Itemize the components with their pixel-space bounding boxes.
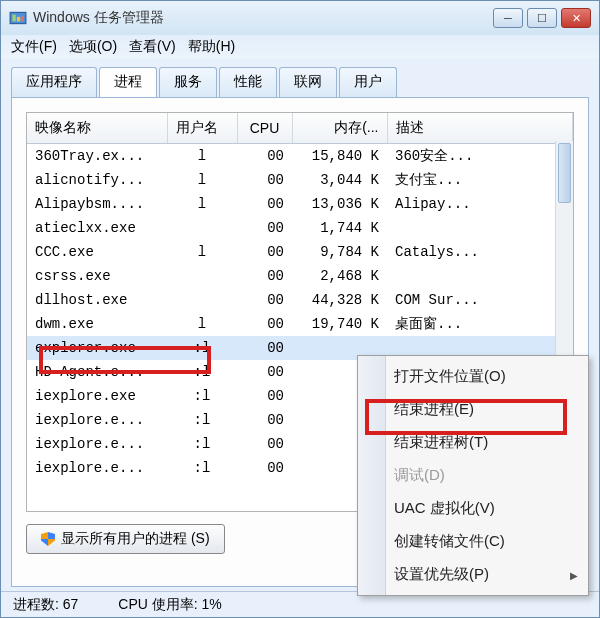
tab-users[interactable]: 用户: [339, 67, 397, 97]
cell-cpu: 00: [237, 264, 292, 288]
cell-image: iexplore.e...: [27, 456, 167, 480]
cell-user: [167, 288, 237, 312]
cell-image: dwm.exe: [27, 312, 167, 336]
table-row[interactable]: Alipaybsm....l0013,036 KAlipay...: [27, 192, 573, 216]
cell-user: :l: [167, 360, 237, 384]
titlebar: Windows 任务管理器 ─ ☐ ✕: [1, 1, 599, 35]
cell-memory: 9,784 K: [292, 240, 387, 264]
cell-cpu: 00: [237, 168, 292, 192]
cell-image: iexplore.e...: [27, 432, 167, 456]
cell-desc: COM Sur...: [387, 288, 573, 312]
uac-shield-icon: [41, 532, 55, 546]
cell-image: CCC.exe: [27, 240, 167, 264]
table-row[interactable]: atieclxx.exe001,744 K: [27, 216, 573, 240]
table-row[interactable]: dwm.exel0019,740 K桌面窗...: [27, 312, 573, 336]
cell-image: 360Tray.ex...: [27, 144, 167, 169]
menu-options[interactable]: 选项(O): [69, 38, 117, 56]
cell-cpu: 00: [237, 432, 292, 456]
col-memory[interactable]: 内存(...: [292, 113, 387, 144]
cell-image: explorer.exe: [27, 336, 167, 360]
ctx-set-priority[interactable]: 设置优先级(P) ▶: [358, 558, 588, 591]
status-cpu-usage: CPU 使用率: 1%: [118, 596, 221, 614]
maximize-button[interactable]: ☐: [527, 8, 557, 28]
cell-cpu: 00: [237, 312, 292, 336]
menu-help[interactable]: 帮助(H): [188, 38, 235, 56]
cell-image: csrss.exe: [27, 264, 167, 288]
cell-user: l: [167, 312, 237, 336]
svg-rect-2: [17, 17, 20, 22]
menubar: 文件(F) 选项(O) 查看(V) 帮助(H): [1, 35, 599, 59]
col-cpu[interactable]: CPU: [237, 113, 292, 144]
table-row[interactable]: alicnotify...l003,044 K支付宝...: [27, 168, 573, 192]
scrollbar-thumb[interactable]: [558, 143, 571, 203]
cell-user: [167, 264, 237, 288]
cell-user: :l: [167, 408, 237, 432]
menu-file[interactable]: 文件(F): [11, 38, 57, 56]
cell-memory: 2,468 K: [292, 264, 387, 288]
cell-memory: 3,044 K: [292, 168, 387, 192]
app-icon: [9, 9, 27, 27]
cell-image: dllhost.exe: [27, 288, 167, 312]
table-row[interactable]: 360Tray.ex...l0015,840 K360安全...: [27, 144, 573, 169]
ctx-end-process[interactable]: 结束进程(E): [358, 393, 588, 426]
table-row[interactable]: csrss.exe002,468 K: [27, 264, 573, 288]
cell-image: iexplore.exe: [27, 384, 167, 408]
col-desc[interactable]: 描述: [387, 113, 573, 144]
ctx-debug: 调试(D): [358, 459, 588, 492]
tabstrip: 应用程序 进程 服务 性能 联网 用户: [1, 59, 599, 97]
submenu-arrow-icon: ▶: [570, 569, 578, 580]
table-row[interactable]: dllhost.exe0044,328 KCOM Sur...: [27, 288, 573, 312]
tab-processes[interactable]: 进程: [99, 67, 157, 97]
cell-cpu: 00: [237, 336, 292, 360]
cell-image: iexplore.e...: [27, 408, 167, 432]
cell-desc: Catalys...: [387, 240, 573, 264]
window-title: Windows 任务管理器: [33, 9, 493, 27]
cell-image: atieclxx.exe: [27, 216, 167, 240]
close-button[interactable]: ✕: [561, 8, 591, 28]
cell-user: [167, 216, 237, 240]
show-all-users-button[interactable]: 显示所有用户的进程 (S): [26, 524, 225, 554]
col-user[interactable]: 用户名: [167, 113, 237, 144]
ctx-end-process-tree[interactable]: 结束进程树(T): [358, 426, 588, 459]
tab-applications[interactable]: 应用程序: [11, 67, 97, 97]
cell-memory: 44,328 K: [292, 288, 387, 312]
table-row[interactable]: CCC.exel009,784 KCatalys...: [27, 240, 573, 264]
cell-user: :l: [167, 336, 237, 360]
cell-memory: 13,036 K: [292, 192, 387, 216]
col-image[interactable]: 映像名称: [27, 113, 167, 144]
cell-user: :l: [167, 432, 237, 456]
task-manager-window: Windows 任务管理器 ─ ☐ ✕ 文件(F) 选项(O) 查看(V) 帮助…: [0, 0, 600, 618]
cell-cpu: 00: [237, 360, 292, 384]
ctx-uac-virtualization[interactable]: UAC 虚拟化(V): [358, 492, 588, 525]
cell-user: l: [167, 144, 237, 169]
ctx-set-priority-label: 设置优先级(P): [394, 565, 489, 582]
tab-performance[interactable]: 性能: [219, 67, 277, 97]
cell-image: alicnotify...: [27, 168, 167, 192]
context-menu: 打开文件位置(O) 结束进程(E) 结束进程树(T) 调试(D) UAC 虚拟化…: [357, 355, 589, 596]
window-buttons: ─ ☐ ✕: [493, 8, 591, 28]
cell-user: l: [167, 240, 237, 264]
cell-memory: 1,744 K: [292, 216, 387, 240]
svg-rect-1: [12, 15, 15, 22]
status-process-count: 进程数: 67: [13, 596, 78, 614]
cell-desc: 桌面窗...: [387, 312, 573, 336]
cell-cpu: 00: [237, 456, 292, 480]
menu-view[interactable]: 查看(V): [129, 38, 176, 56]
cell-cpu: 00: [237, 240, 292, 264]
ctx-create-dump[interactable]: 创建转储文件(C): [358, 525, 588, 558]
cell-user: l: [167, 192, 237, 216]
cell-memory: 15,840 K: [292, 144, 387, 169]
minimize-button[interactable]: ─: [493, 8, 523, 28]
cell-desc: [387, 216, 573, 240]
tab-services[interactable]: 服务: [159, 67, 217, 97]
cell-desc: [387, 264, 573, 288]
cell-cpu: 00: [237, 144, 292, 169]
cell-cpu: 00: [237, 384, 292, 408]
cell-image: Alipaybsm....: [27, 192, 167, 216]
svg-rect-3: [21, 16, 23, 22]
ctx-open-file-location[interactable]: 打开文件位置(O): [358, 360, 588, 393]
tab-network[interactable]: 联网: [279, 67, 337, 97]
cell-desc: 支付宝...: [387, 168, 573, 192]
cell-desc: Alipay...: [387, 192, 573, 216]
cell-user: :l: [167, 456, 237, 480]
